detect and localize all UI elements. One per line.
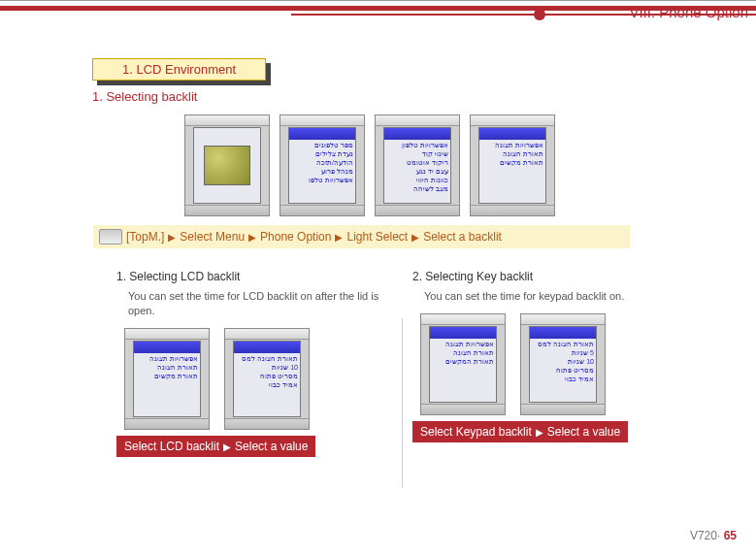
phone-key-select-1: אפשרויות תצוגהתאורת חצונהתאורת המקשים (420, 313, 506, 415)
right-phone-pair: אפשרויות תצוגהתאורת חצונהתאורת המקשים תא… (420, 313, 688, 415)
right-description: You can set the time for keypad backlit … (424, 289, 688, 304)
strip-text: Select LCD backlit (124, 440, 219, 453)
left-action-strip: Select LCD backlit ▶ Select a value (116, 436, 315, 457)
right-column: 2. Selecting Key backlit You can set the… (403, 270, 698, 488)
chevron-right-icon: ▶ (248, 232, 256, 243)
left-description: You can set the time for LCD backlit on … (128, 289, 392, 318)
footer: V720· 65 (690, 529, 737, 542)
two-column-area: 1. Selecting LCD backlit You can set the… (107, 270, 698, 488)
breadcrumb-part: Light Select (346, 230, 408, 244)
phone-key-select-2: תאורת חצונה למס5 שניות10 שניותמסריט פתוח… (520, 313, 606, 415)
strip-text: Select Keypad backlit (420, 425, 532, 439)
breadcrumb-strip: [TopM.] ▶ Select Menu ▶ Phone Option ▶ L… (93, 225, 630, 248)
chevron-right-icon: ▶ (411, 232, 419, 243)
phone-menu-list: ספר טלפוניםנעדת צליליםהודעה/תזכהמנהל פרו… (279, 114, 365, 216)
section-title: 1. Selecting backlit (92, 89, 197, 104)
breadcrumb-part: Select Menu (180, 230, 245, 244)
phone-sequence: ספר טלפוניםנעדת צליליםהודעה/תזכהמנהל פרו… (184, 114, 555, 216)
right-subtitle: 2. Selecting Key backlit (412, 270, 688, 283)
phone-option-list: אפשרויות טלפוןשינוי קודריקוד אוטומטעצם י… (375, 114, 460, 216)
breadcrumb-part: Select a backlit (423, 230, 502, 244)
chevron-right-icon: ▶ (168, 232, 176, 243)
phone-lcd-select-2: תאורת חצונה למס10 שניותמסריט פתוחאמיד כב… (224, 328, 310, 430)
chevron-right-icon: ▶ (335, 232, 343, 243)
header-section-title: VIII. Phone Option (629, 4, 748, 20)
page-header: VIII. Phone Option (0, 0, 756, 28)
breadcrumb-part: [TopM.] (126, 230, 164, 244)
right-action-strip: Select Keypad backlit ▶ Select a value (412, 421, 628, 442)
phone-light-select: אפשרויות תצוגהתאורת חצונהתאורת מקשים (470, 114, 555, 216)
mouse-icon (99, 229, 122, 245)
breadcrumb-part: Phone Option (260, 230, 331, 244)
left-column: 1. Selecting LCD backlit You can set the… (107, 270, 402, 488)
phone-icon-menu (184, 114, 270, 216)
strip-text: Select a value (547, 425, 620, 439)
strip-text: Select a value (235, 440, 308, 453)
yellow-heading-wrap: 1. LCD Environment (92, 58, 266, 81)
left-subtitle: 1. Selecting LCD backlit (116, 270, 392, 283)
phone-lcd-select-1: אפשרויות תצוגהתאורת חצונהתאורת מקשים (124, 328, 210, 430)
footer-model: V720· (690, 529, 720, 542)
chevron-right-icon: ▶ (223, 442, 231, 452)
left-phone-pair: אפשרויות תצוגהתאורת חצונהתאורת מקשים תאו… (124, 328, 392, 430)
yellow-heading: 1. LCD Environment (92, 58, 266, 81)
footer-page: 65 (724, 529, 737, 542)
header-knob (534, 9, 545, 20)
chevron-right-icon: ▶ (536, 427, 543, 438)
